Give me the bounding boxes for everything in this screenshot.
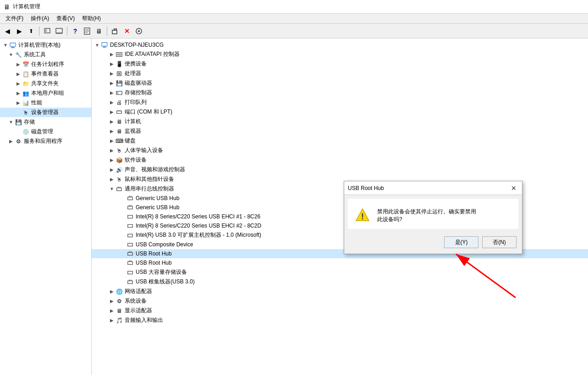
dialog-buttons: 是(Y) 否(N) — [344, 233, 522, 254]
dialog-close-button[interactable]: ✕ — [509, 184, 518, 193]
dialog-content: ! 禁用此设备会使其停止运行。确实要禁用 此设备吗? — [348, 199, 518, 229]
dialog-message: 禁用此设备会使其停止运行。确实要禁用 此设备吗? — [377, 208, 476, 223]
svg-text:!: ! — [361, 212, 364, 221]
dialog-message-line1: 禁用此设备会使其停止运行。确实要禁用 — [377, 208, 476, 216]
usb-root-hub-dialog: USB Root Hub ✕ ! 禁用此设备会使其停止运行。确实要禁用 此设备吗… — [344, 181, 522, 254]
dialog-no-button[interactable]: 否(N) — [482, 236, 517, 248]
dialog-message-line2: 此设备吗? — [377, 216, 476, 223]
dialog-yes-button[interactable]: 是(Y) — [444, 236, 478, 248]
dialog-title-text: USB Root Hub — [348, 185, 384, 191]
warning-icon: ! — [355, 208, 370, 223]
dialog-title-bar: USB Root Hub ✕ — [344, 181, 522, 195]
dialog-overlay: USB Root Hub ✕ ! 禁用此设备会使其停止运行。确实要禁用 此设备吗… — [0, 0, 588, 375]
